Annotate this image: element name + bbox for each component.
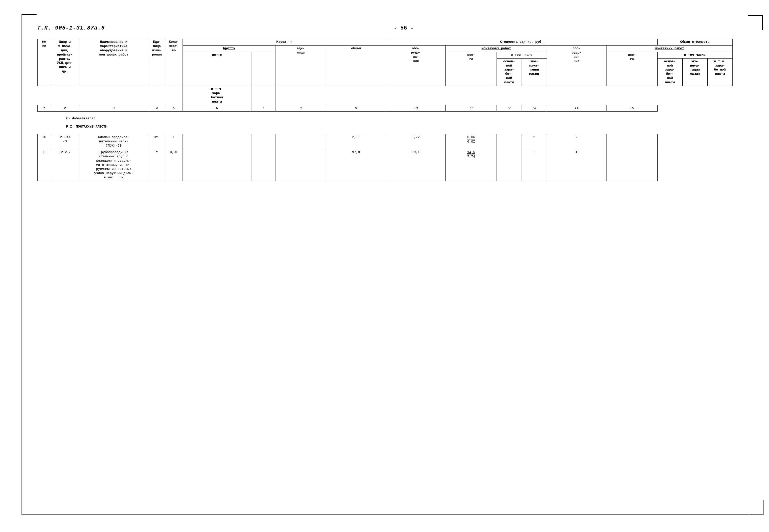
row1-qty: I bbox=[165, 134, 182, 149]
row2-name: Трубопроводы изстальных труб сфланцами и… bbox=[79, 149, 149, 181]
mass-brutto: брутто bbox=[182, 45, 275, 52]
row2-qty: 0,0I bbox=[165, 149, 182, 181]
montage-cost-header: монтажных работ bbox=[446, 45, 546, 52]
col-num-6: 6 bbox=[182, 105, 252, 112]
col-num-9: 9 bbox=[326, 105, 386, 112]
v-tom-chisle: в том числе bbox=[496, 52, 546, 58]
col-num-3: 3 bbox=[79, 105, 149, 112]
row2-num: II bbox=[37, 149, 51, 181]
row1-mont-base: I,72 bbox=[386, 134, 446, 149]
col-num-11: II bbox=[446, 105, 496, 112]
header: Т.П. 905-1-31.87а.6 - 56 - bbox=[37, 23, 733, 31]
total-mach-sub: в т.ч.зара-ботнойплаты bbox=[707, 58, 732, 86]
total-equip-col: обо-рудо-ва-ния bbox=[546, 45, 607, 86]
col-qty: Коли-чест-во bbox=[165, 39, 182, 86]
row1-mass-total bbox=[252, 134, 276, 149]
row2-total-base: I bbox=[546, 149, 607, 181]
row2-total-mach bbox=[607, 149, 657, 181]
col-num-13: I3 bbox=[521, 105, 546, 112]
row2-total-all: I bbox=[521, 149, 546, 181]
row1-total-all: 2 bbox=[521, 134, 546, 149]
col-name: Наименование ихарактеристикаоборудования… bbox=[79, 39, 149, 86]
total-all: все-го bbox=[607, 52, 657, 86]
col-code: Шифр и№ пози-ций,прейску-ранта,УСН,цен-н… bbox=[51, 39, 79, 86]
col-num-4: 4 bbox=[149, 105, 165, 112]
total-base: основ-нойзара-бот-нойплаты bbox=[657, 58, 682, 86]
col-num-1: 1 bbox=[37, 105, 51, 112]
col-unit: Еди-ницаизме-рения bbox=[149, 39, 165, 86]
col-num-7: 7 bbox=[252, 105, 276, 112]
mach-sub-label1b bbox=[252, 86, 276, 105]
row1-total-mach bbox=[607, 134, 657, 149]
row2-mass-total bbox=[252, 149, 276, 181]
total-montage-header: монтажных работ bbox=[607, 45, 732, 52]
col-num-5: 5 bbox=[165, 105, 182, 112]
section-title: Р.I. МОНТАЖНЫЕ РАБОТЫ bbox=[37, 123, 657, 134]
total-mach: эко-плуа-тациимашин bbox=[682, 58, 707, 86]
doc-number: Т.П. 905-1-31.87а.6 bbox=[37, 25, 105, 31]
row1-mont-mach: 0,06 0,0I bbox=[446, 134, 496, 149]
mont-mach: эко-плуа-тациимашин bbox=[521, 58, 546, 86]
row2-total-equip bbox=[496, 149, 521, 181]
row2-mass-unit bbox=[182, 149, 252, 181]
row1-code: I2-790--3 bbox=[51, 134, 79, 149]
mach-sub-label1: в т.ч.зара-ботнойплаты bbox=[182, 86, 252, 105]
section-label: б) Добавляется: bbox=[37, 112, 657, 123]
table-row: IO I2-790--3 Клапан предохра-нительный м… bbox=[37, 134, 732, 149]
mont-base: основ-нойзара-бот-нойплаты bbox=[496, 58, 521, 86]
col-num-10: IO bbox=[386, 105, 446, 112]
cost-equip-col: обо-рудо-ва-ния bbox=[386, 45, 446, 86]
v-tom-chisle-total: в том числе bbox=[657, 52, 732, 58]
main-table: №№пп Шифр и№ пози-ций,прейску-ранта,УСН,… bbox=[37, 39, 733, 181]
row2-cost-equip bbox=[275, 149, 326, 181]
mass-netto2 bbox=[252, 52, 276, 86]
mont-all: все-го bbox=[446, 52, 496, 86]
mass-netto: нетто bbox=[182, 52, 252, 86]
row1-num: IO bbox=[37, 134, 51, 149]
mass-unit-col: еди-ницы bbox=[275, 45, 326, 86]
row1-mont-all: 2,II bbox=[326, 134, 386, 149]
row1-unit: шт. bbox=[149, 134, 165, 149]
page-number: - 56 - bbox=[105, 25, 702, 31]
cost-total-group: Общая стоимость bbox=[657, 39, 732, 46]
row1-total-base: 2 bbox=[546, 134, 607, 149]
col-num: №№пп bbox=[37, 39, 51, 86]
mass-group: Масса, т bbox=[182, 39, 386, 46]
col-num-8: 8 bbox=[275, 105, 326, 112]
row2-code: I2-2-7 bbox=[51, 149, 79, 181]
col-num-12: I2 bbox=[496, 105, 521, 112]
col-num-2: 2 bbox=[51, 105, 79, 112]
cost-unit-group: Стоимость единиц, руб. bbox=[386, 39, 657, 46]
row1-name: Клапан предохра-нительный маркиСПJК4-50 bbox=[79, 134, 149, 149]
row2-mont-all: 97,8 bbox=[326, 149, 386, 181]
row2-mont-mach: 14,5 7,74 bbox=[446, 149, 496, 181]
mass-total-col: общая bbox=[326, 45, 386, 86]
col-num-14: I4 bbox=[546, 105, 607, 112]
col-num-15: I5 bbox=[607, 105, 657, 112]
row2-unit: т bbox=[149, 149, 165, 181]
row2-mont-base: 79,I bbox=[386, 149, 446, 181]
row1-total-equip bbox=[496, 134, 521, 149]
row1-cost-equip bbox=[275, 134, 326, 149]
table-row: II I2-2-7 Трубопроводы изстальных труб с… bbox=[37, 149, 732, 181]
row1-mass-unit bbox=[182, 134, 252, 149]
